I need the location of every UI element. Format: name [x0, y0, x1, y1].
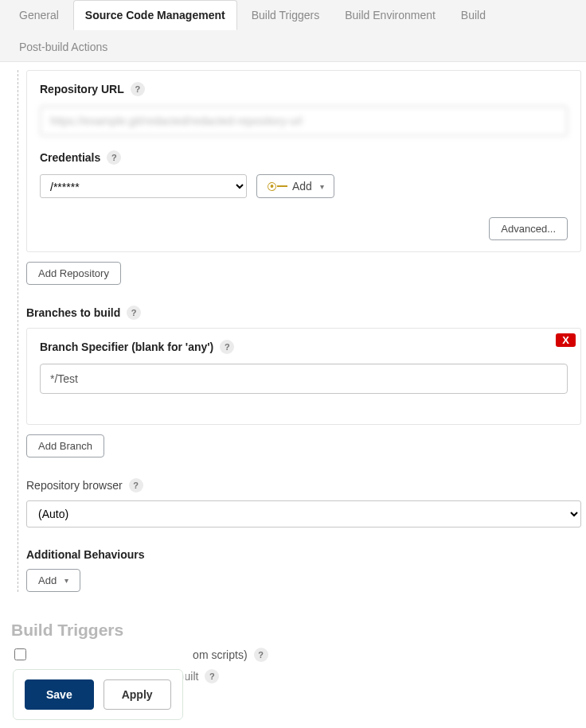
branches-section-title: Branches to build ? — [26, 306, 581, 320]
tab-post-build-actions[interactable]: Post-build Actions — [8, 33, 119, 61]
credentials-row: /****** ⦿━ Add — [40, 174, 568, 198]
credentials-field: Credentials ? /****** ⦿━ Add — [40, 150, 568, 198]
credentials-label-row: Credentials ? — [40, 150, 121, 165]
add-behaviour-label: Add — [38, 574, 57, 586]
key-icon: ⦿━ — [267, 181, 287, 193]
trigger-remote-row[interactable]: Trigger builds remotely (e.g., fr om scr… — [11, 646, 581, 663]
content-area: Repository URL ? Credentials ? /****** ⦿… — [0, 62, 586, 728]
credentials-label: Credentials — [40, 151, 100, 164]
repository-panel: Repository URL ? Credentials ? /****** ⦿… — [26, 70, 581, 252]
additional-behaviours-label: Additional Behaviours — [26, 548, 145, 561]
config-tabs: General Source Code Management Build Tri… — [0, 0, 586, 62]
help-icon[interactable]: ? — [205, 669, 219, 683]
apply-button[interactable]: Apply — [104, 679, 171, 710]
tab-build-environment[interactable]: Build Environment — [334, 1, 447, 29]
repository-url-label: Repository URL — [40, 83, 124, 95]
branch-panel: X Branch Specifier (blank for 'any') ? — [26, 328, 581, 425]
branch-specifier-label-row: Branch Specifier (blank for 'any') ? — [40, 340, 234, 354]
add-branch-button[interactable]: Add Branch — [26, 434, 104, 457]
save-button[interactable]: Save — [25, 679, 94, 710]
trigger-remote-tail: om scripts) — [193, 648, 247, 661]
advanced-button[interactable]: Advanced... — [489, 217, 568, 240]
help-icon[interactable]: ? — [129, 478, 143, 492]
repository-url-input[interactable] — [40, 106, 568, 136]
branch-specifier-input[interactable] — [40, 364, 568, 394]
repository-url-field: Repository URL ? — [40, 82, 568, 136]
tab-source-code-management[interactable]: Source Code Management — [73, 0, 237, 30]
help-icon[interactable]: ? — [107, 150, 121, 165]
repo-browser-label: Repository browser — [26, 479, 123, 492]
advanced-row: Advanced... — [40, 217, 568, 240]
help-icon[interactable]: ? — [127, 306, 141, 320]
repo-browser-select[interactable]: (Auto) — [26, 500, 581, 528]
tab-build[interactable]: Build — [450, 1, 497, 29]
repository-url-label-row: Repository URL ? — [40, 82, 145, 96]
branches-label: Branches to build — [26, 306, 120, 319]
trigger-remote-checkbox[interactable] — [14, 648, 26, 660]
add-credentials-label: Add — [292, 180, 312, 193]
help-icon[interactable]: ? — [254, 648, 268, 662]
add-credentials-button[interactable]: ⦿━ Add — [256, 174, 334, 198]
additional-behaviours-title: Additional Behaviours — [26, 548, 581, 561]
tab-general[interactable]: General — [8, 1, 70, 29]
footer-action-bar: Save Apply — [13, 669, 183, 720]
credentials-select[interactable]: /****** — [40, 174, 247, 198]
tab-build-triggers[interactable]: Build Triggers — [240, 1, 331, 29]
build-triggers-heading: Build Triggers — [11, 621, 581, 640]
repo-browser-title-row: Repository browser ? — [26, 478, 581, 492]
scm-section-wrap: Repository URL ? Credentials ? /****** ⦿… — [18, 70, 581, 592]
add-repository-button[interactable]: Add Repository — [26, 262, 121, 285]
delete-branch-button[interactable]: X — [556, 333, 576, 347]
help-icon[interactable]: ? — [131, 82, 145, 96]
help-icon[interactable]: ? — [220, 340, 234, 354]
branch-specifier-label: Branch Specifier (blank for 'any') — [40, 341, 213, 353]
add-behaviour-button[interactable]: Add — [26, 569, 80, 592]
